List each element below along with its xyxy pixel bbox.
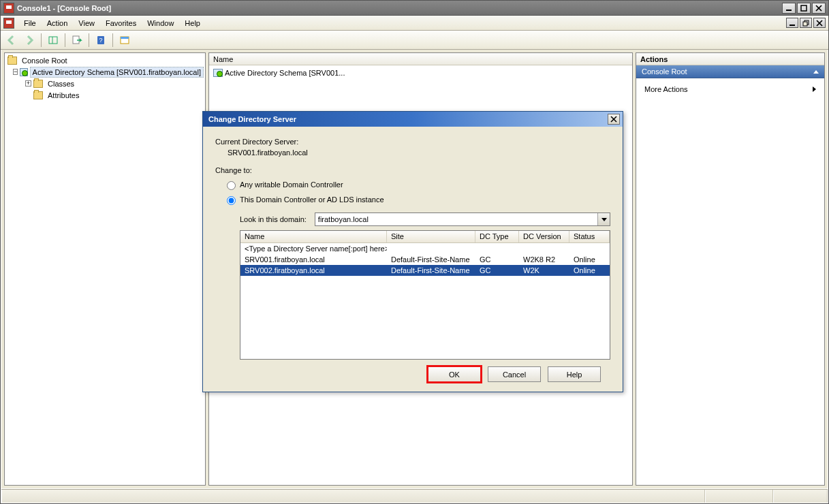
content-item-label: Active Directory Schema [SRV001... (225, 69, 345, 77)
close-button[interactable] (812, 3, 826, 14)
schema-icon (20, 68, 27, 76)
table-row[interactable]: <Type a Directory Server name[:port] her… (240, 243, 610, 254)
cell-status: Online (569, 255, 610, 264)
window-title: Console1 - [Console Root] (17, 4, 782, 12)
menu-help[interactable]: Help (179, 17, 206, 29)
col-name[interactable]: Name (240, 231, 387, 242)
maximize-button[interactable] (797, 3, 811, 14)
col-site[interactable]: Site (387, 231, 475, 242)
cell-dcver: W2K8 R2 (519, 255, 569, 264)
radio-any-label: Any writable Domain Controller (240, 180, 343, 189)
combo-dropdown-button[interactable] (597, 213, 610, 225)
cell-site: Default-First-Site-Name (387, 266, 475, 275)
status-bar (1, 489, 828, 503)
change-to-label: Change to: (215, 166, 610, 174)
radio-any-writable-dc[interactable]: Any writable Domain Controller (223, 179, 610, 190)
chevron-down-icon (601, 218, 607, 221)
chevron-right-icon (813, 86, 816, 92)
expander-minus-icon[interactable]: − (13, 69, 18, 75)
table-row[interactable]: SRV001.firatboyan.local Default-First-Si… (240, 254, 610, 265)
minimize-button[interactable] (782, 3, 796, 14)
cancel-button[interactable]: Cancel (488, 366, 541, 382)
tree-schema-label[interactable]: Active Directory Schema [SRV001.firatboy… (30, 67, 204, 78)
toolbar-separator (65, 33, 65, 47)
tree-attributes-label[interactable]: Attributes (45, 90, 82, 101)
cell-dcver (519, 248, 569, 249)
action-more-actions-label: More Actions (644, 85, 688, 93)
toolbar-separator (89, 33, 89, 47)
export-list-button[interactable] (69, 33, 85, 48)
status-segment (705, 490, 773, 503)
show-hide-tree-button[interactable] (45, 33, 61, 48)
menu-view[interactable]: View (73, 17, 100, 29)
menu-action[interactable]: Action (42, 17, 74, 29)
radio-this-input[interactable] (227, 196, 236, 205)
help-button[interactable]: Help (548, 366, 601, 382)
menu-favorites[interactable]: Favorites (100, 17, 142, 29)
dialog-title: Change Directory Server (206, 115, 608, 123)
tree-classes-label[interactable]: Classes (45, 78, 77, 89)
dialog-close-button[interactable] (608, 114, 620, 125)
domain-combo[interactable] (315, 212, 610, 226)
app-icon (3, 3, 14, 14)
list-item[interactable]: Active Directory Schema [SRV001... (210, 67, 631, 78)
menu-window[interactable]: Window (142, 17, 179, 29)
actions-section-label: Console Root (642, 67, 687, 76)
actions-section-title[interactable]: Console Root (636, 65, 824, 78)
content-column-header[interactable]: Name (209, 53, 632, 65)
col-status[interactable]: Status (569, 231, 610, 242)
chevron-up-icon (813, 70, 819, 74)
cell-dcver: W2K (519, 266, 569, 275)
cell-status (569, 248, 610, 249)
toolbar-separator (112, 33, 113, 47)
dialog-titlebar[interactable]: Change Directory Server (203, 112, 623, 127)
status-segment (1, 490, 705, 503)
doc-restore-button[interactable] (800, 18, 812, 28)
help-button[interactable]: ? (93, 33, 109, 48)
ok-button[interactable]: OK (428, 366, 481, 382)
toolbar-separator (41, 33, 42, 47)
folder-icon (33, 80, 43, 88)
current-server-label: Current Directory Server: (215, 138, 610, 146)
cell-name: <Type a Directory Server name[:port] her… (240, 244, 387, 253)
expander-plus-icon[interactable]: + (25, 80, 31, 86)
new-window-button[interactable] (116, 33, 133, 48)
doc-close-button[interactable] (813, 18, 826, 28)
col-dcversion[interactable]: DC Version (519, 231, 569, 242)
tree-schema[interactable]: − Active Directory Schema [SRV001.firatb… (6, 66, 204, 78)
change-directory-server-dialog: Change Directory Server Current Director… (202, 111, 623, 392)
doc-minimize-button[interactable] (786, 18, 798, 28)
dc-list-header: Name Site DC Type DC Version Status (240, 231, 610, 243)
dc-list-body: <Type a Directory Server name[:port] her… (240, 243, 610, 359)
menu-file[interactable]: File (18, 17, 42, 29)
tree-root-label[interactable]: Console Root (19, 55, 70, 66)
dc-list: Name Site DC Type DC Version Status <Typ… (240, 230, 610, 360)
back-button (3, 33, 20, 48)
svg-rect-9 (49, 37, 57, 44)
table-row[interactable]: SRV002.firatboyan.local Default-First-Si… (240, 265, 610, 276)
status-segment (773, 490, 828, 503)
action-more-actions[interactable]: More Actions (643, 82, 817, 96)
toolbar: ? (1, 31, 828, 50)
col-dctype[interactable]: DC Type (475, 231, 519, 242)
actions-header: Actions (636, 53, 824, 65)
tree-panel: Console Root − Active Directory Schema [… (4, 52, 206, 486)
svg-rect-15 (121, 37, 129, 39)
tree-classes[interactable]: + Classes (6, 78, 204, 89)
folder-icon (33, 91, 43, 99)
cell-dctype: GC (475, 266, 519, 275)
radio-any-input[interactable] (227, 181, 236, 190)
domain-input[interactable] (315, 213, 597, 225)
cell-site (387, 248, 475, 249)
cell-name: SRV001.firatboyan.local (240, 255, 387, 264)
content-header-name: Name (213, 55, 233, 63)
cell-status: Online (569, 266, 610, 275)
tree-attributes[interactable]: Attributes (6, 89, 204, 101)
radio-this-dc[interactable]: This Domain Controller or AD LDS instanc… (223, 194, 610, 205)
svg-text:?: ? (99, 37, 102, 44)
tree-root[interactable]: Console Root (6, 54, 204, 66)
cell-dctype: GC (475, 255, 519, 264)
folder-icon (7, 57, 17, 65)
menu-bar: File Action View Favorites Window Help (1, 16, 828, 31)
lookin-domain-label: Look in this domain: (240, 215, 307, 223)
